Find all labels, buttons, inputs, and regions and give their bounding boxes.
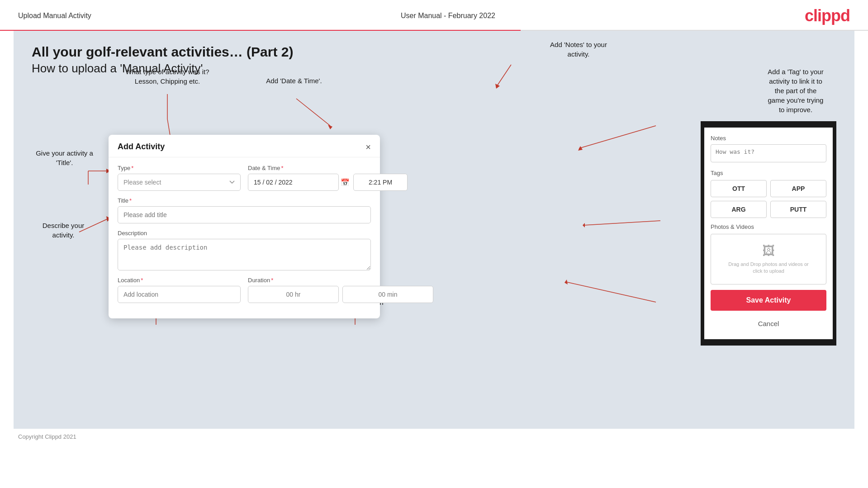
photos-label: Photos & Videos: [711, 223, 826, 230]
form-row-type-datetime: Type* Please select Date & Time* 📅: [118, 165, 371, 191]
svg-line-22: [565, 282, 656, 302]
duration-label: Duration*: [248, 277, 433, 284]
tags-label: Tags: [711, 170, 826, 176]
form-group-title: Title*: [118, 197, 371, 223]
top-bar: Upload Manual Activity User Manual - Feb…: [0, 0, 868, 30]
tag-app[interactable]: APP: [770, 180, 826, 197]
upload-icon: 🖼: [716, 243, 821, 258]
annotation-tag: Add a 'Tag' to your activity to link it …: [750, 67, 841, 114]
type-select[interactable]: Please select: [118, 174, 241, 191]
main-title: All your golf-relevant activities… (Part…: [32, 44, 836, 60]
form-row-location-duration: Location* Duration*: [118, 277, 371, 303]
save-activity-button[interactable]: Save Activity: [711, 290, 826, 311]
tag-arg[interactable]: ARG: [711, 201, 767, 218]
date-input[interactable]: [248, 174, 339, 191]
annotation-title: Give your activity a 'Title'.: [27, 148, 102, 167]
add-activity-modal: Add Activity × Type* Please select Date …: [109, 135, 380, 318]
page-title-header: Upload Manual Activity: [18, 12, 91, 20]
logo: clippd: [805, 6, 850, 25]
form-group-datetime: Date & Time* 📅: [248, 165, 408, 191]
location-input[interactable]: [118, 286, 241, 303]
form-row-title: Title*: [118, 197, 371, 223]
form-group-type: Type* Please select: [118, 165, 241, 191]
modal-title: Add Activity: [118, 142, 165, 152]
annotation-type: What type of activity was it? Lesson, Ch…: [118, 67, 217, 86]
svg-line-3: [296, 99, 330, 126]
cancel-button[interactable]: Cancel: [711, 315, 826, 332]
title-input[interactable]: [118, 206, 371, 223]
upload-text: Drag and Drop photos and videos or click…: [716, 261, 821, 275]
datetime-label: Date & Time*: [248, 165, 408, 171]
phone-content: Notes Tags OTT APP ARG PUTT Photos & Vid…: [704, 128, 833, 339]
svg-marker-21: [583, 223, 585, 227]
form-group-location: Location*: [118, 277, 241, 303]
upload-area[interactable]: 🖼 Drag and Drop photos and videos or cli…: [711, 234, 826, 284]
form-row-desc: Description: [118, 230, 371, 270]
form-group-desc: Description: [118, 230, 371, 270]
svg-line-20: [583, 221, 660, 225]
notes-label: Notes: [711, 135, 826, 142]
tags-grid: OTT APP ARG PUTT: [711, 180, 826, 218]
tag-ott[interactable]: OTT: [711, 180, 767, 197]
main-content: All your golf-relevant activities… (Part…: [14, 31, 854, 429]
annotation-datetime: Add 'Date & Time'.: [249, 76, 339, 85]
footer: Copyright Clippd 2021: [0, 429, 868, 445]
type-label: Type*: [118, 165, 241, 171]
annotation-notes: Add 'Notes' to your activity.: [538, 40, 619, 59]
manual-title: User Manual - February 2022: [401, 12, 495, 20]
duration-min-input[interactable]: [342, 286, 433, 303]
location-label: Location*: [118, 277, 241, 284]
calendar-icon: 📅: [341, 178, 350, 187]
title-label: Title*: [118, 197, 371, 204]
svg-marker-23: [564, 280, 568, 284]
modal-header: Add Activity ×: [109, 135, 380, 157]
desc-label: Description: [118, 230, 371, 237]
form-group-duration: Duration*: [248, 277, 433, 303]
tag-putt[interactable]: PUTT: [770, 201, 826, 218]
svg-line-18: [579, 126, 656, 148]
svg-marker-4: [328, 125, 332, 129]
time-input[interactable]: [353, 174, 408, 191]
modal-close-button[interactable]: ×: [365, 142, 371, 152]
phone-panel: Notes Tags OTT APP ARG PUTT Photos & Vid…: [701, 121, 836, 346]
svg-marker-19: [578, 146, 583, 151]
annotation-describe: Describe your activity.: [32, 221, 95, 240]
notes-textarea[interactable]: [711, 144, 826, 162]
modal-body: Type* Please select Date & Time* 📅: [109, 157, 380, 318]
date-time-group: 📅: [248, 174, 408, 191]
copyright: Copyright Clippd 2021: [18, 433, 76, 440]
svg-marker-17: [495, 84, 500, 89]
duration-group: [248, 286, 433, 303]
desc-textarea[interactable]: [118, 239, 371, 270]
duration-hr-input[interactable]: [248, 286, 339, 303]
